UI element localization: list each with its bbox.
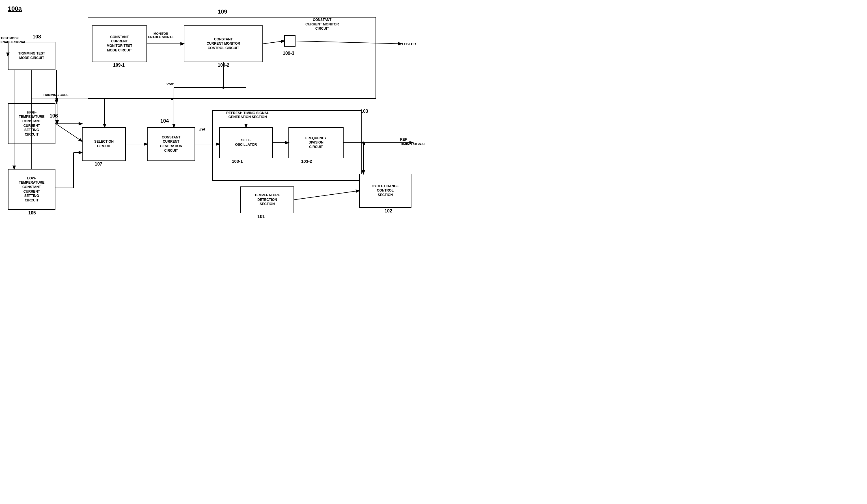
cc-monitor-circuit-label: CONSTANTCURRENT MONITORCIRCUIT <box>306 18 339 31</box>
cycle-change-box: CYCLE CHANGE CONTROL SECTION <box>359 174 411 208</box>
iref-label: Iref <box>199 127 205 131</box>
ref-109: 109 <box>218 9 227 15</box>
ref-102: 102 <box>385 208 392 213</box>
cc-monitor-test-mode-box: CONSTANT CURRENT MONITOR TEST MODE CIRCU… <box>92 25 147 62</box>
low-temp-box: LOW- TEMPERATURE CONSTANT CURRENT SETTIN… <box>8 169 55 210</box>
ref-104: 104 <box>160 118 169 124</box>
ref-106: 106 <box>50 113 58 119</box>
self-oscillator-box: SELF- OSCILLATOR <box>219 127 273 158</box>
refresh-timing-label: REFRESH TIMING SIGNALGENERATION SECTION <box>226 111 269 119</box>
test-mode-enable-label: TEST MODEENABLE SIGNAL <box>1 36 26 44</box>
svg-line-8 <box>55 123 82 141</box>
ref-107: 107 <box>95 162 103 167</box>
ref-105: 105 <box>28 210 36 216</box>
junction-vref <box>222 86 225 89</box>
temp-detection-box: TEMPERATURE DETECTION SECTION <box>240 186 294 213</box>
vref-label: Vref <box>166 82 173 86</box>
ref-103: 103 <box>361 109 368 114</box>
tester-label: TESTER <box>402 42 416 46</box>
selection-circuit-box: SELECTION CIRCUIT <box>82 127 126 161</box>
ref-103-2: 103-2 <box>301 159 312 164</box>
ref-103-1: 103-1 <box>232 159 243 164</box>
diagram-title: 100a <box>8 5 22 12</box>
monitor-enable-label: MONITORENABLE SIGNAL <box>148 32 174 39</box>
svg-line-17 <box>294 191 359 200</box>
cc-generation-box: CONSTANT CURRENT GENERATION CIRCUIT <box>147 127 195 161</box>
ref-109-1: 109-1 <box>113 63 125 68</box>
ref-109-3: 109-3 <box>283 51 295 56</box>
ref-timing-label: REFTIMING SIGNAL <box>400 138 426 146</box>
cc-monitor-control-box: CONSTANT CURRENT MONITOR CONTROL CIRCUIT <box>184 25 263 62</box>
junction-trimming <box>55 98 58 100</box>
junction-ref-timing <box>362 142 364 144</box>
trimming-test-mode-box: TRIMMING TEST MODE CIRCUIT <box>8 42 55 70</box>
trimming-code-label: TRIMMING CODE <box>43 93 68 97</box>
ref-109-2: 109-2 <box>218 63 229 68</box>
junction-dot-2 <box>171 98 173 100</box>
ref-108: 108 <box>33 34 41 40</box>
output-square-109-3 <box>284 35 296 47</box>
high-temp-box: HIGH- TEMPERATURE CONSTANT CURRENT SETTI… <box>8 103 55 144</box>
circuit-diagram: 100a 109 CONSTANTCURRENT MONITORCIRCUIT … <box>0 0 434 252</box>
freq-division-box: FREQUENCY DIVISION CIRCUIT <box>288 127 344 158</box>
ref-101: 101 <box>257 214 265 219</box>
